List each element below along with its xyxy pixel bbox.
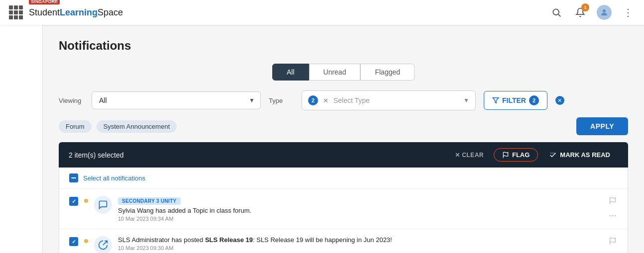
three-dots-icon: ⋮: [623, 6, 634, 18]
flag-label: FLAG: [512, 151, 530, 159]
notif-1-time: 10 Mar 2023 09:34 AM: [118, 216, 602, 222]
brand-space: Space: [98, 7, 123, 18]
filter-active-count: 2: [529, 95, 539, 105]
tags-row: Forum System Announcement APPLY: [59, 117, 628, 135]
filter-icon: [492, 97, 499, 104]
tab-flagged[interactable]: Flagged: [360, 64, 415, 81]
notif-1-checkbox[interactable]: [69, 197, 78, 206]
notif-2-chevron-icon: ›: [611, 250, 614, 253]
search-button[interactable]: [548, 4, 564, 20]
sidebar: [0, 25, 43, 253]
notif-1-flag-button[interactable]: [608, 196, 618, 206]
svg-line-1: [558, 14, 561, 17]
type-clear-button[interactable]: ✕: [322, 97, 329, 104]
notification-list: Select all notifications SECONDARY 3 UNI…: [59, 168, 628, 253]
notif-1-text: Sylvia Wang has added a Topic in class f…: [118, 207, 602, 214]
tab-all[interactable]: All: [272, 64, 309, 81]
type-select-inner[interactable]: 2 ✕ Select Type ▼: [302, 90, 476, 110]
tag-system-announcement[interactable]: System Announcement: [97, 120, 177, 133]
mark-as-read-button[interactable]: MARK AS READ: [541, 149, 618, 162]
notif-1-icon-wrap: [94, 196, 112, 214]
notif-1-tag: SECONDARY 3 UNITY: [118, 197, 181, 205]
mark-as-read-label: MARK AS READ: [560, 151, 610, 159]
selection-actions: FLAG MARK AS READ: [494, 148, 618, 162]
flag-button[interactable]: FLAG: [494, 148, 538, 162]
notification-item-1: SECONDARY 3 UNITY Sylvia Wang has added …: [59, 189, 628, 229]
announcement-icon: [98, 240, 108, 250]
selection-bar: 2 item(s) selected ✕ CLEAR FLAG: [59, 142, 628, 168]
notif-2-text-bold: SLS Release 19: [205, 236, 253, 244]
tab-unread[interactable]: Unread: [309, 64, 361, 81]
notification-badge: 1: [581, 3, 589, 11]
notif-2-flag-button[interactable]: [608, 236, 618, 246]
tabs-bar: All Unread Flagged: [59, 64, 628, 81]
notif-2-text: SLS Administrator has posted SLS Release…: [118, 236, 602, 244]
content-area: Notifications All Unread Flagged Viewing…: [43, 25, 644, 253]
select-all-checkbox[interactable]: [69, 173, 78, 182]
notif-2-text-after: : SLS Release 19 will be happening in Ju…: [253, 236, 392, 244]
forum-icon: [98, 200, 108, 210]
select-all-row: Select all notifications: [59, 168, 628, 189]
viewing-label: Viewing: [59, 97, 84, 104]
notif-2-checkbox[interactable]: [69, 237, 78, 246]
grid-menu-button[interactable]: [8, 4, 24, 20]
notif-2-flag-icon: [609, 237, 617, 245]
selection-count: 2 item(s) selected: [69, 151, 455, 159]
notif-1-actions: ⋯: [608, 196, 618, 221]
notification-item-2: SLS Administrator has posted SLS Release…: [59, 229, 628, 253]
notif-2-actions: ›: [608, 236, 618, 253]
svg-point-0: [553, 9, 559, 15]
filter-row: Viewing All ▼ Type 2 ✕ Select Type ▼: [59, 90, 628, 110]
type-chevron-icon: ▼: [463, 97, 469, 104]
brand-student: Student: [29, 7, 60, 18]
type-select-wrap: 2 ✕ Select Type ▼: [302, 90, 476, 110]
notif-1-more-button[interactable]: ⋯: [608, 210, 618, 221]
notif-2-body: SLS Administrator has posted SLS Release…: [118, 236, 602, 251]
user-avatar-button[interactable]: [596, 4, 612, 20]
brand-title: Student Learning Space: [29, 7, 123, 18]
notif-2-text-before: SLS Administrator has posted: [118, 236, 205, 244]
nav-right: 1 ⋮: [548, 4, 636, 20]
more-options-button[interactable]: ⋮: [620, 4, 636, 20]
avatar: [597, 5, 612, 20]
type-badge-count: 2: [308, 95, 318, 105]
brand: SINGAPORE Student Learning Space: [29, 7, 123, 18]
notif-1-flag-icon: [609, 197, 617, 205]
viewing-select[interactable]: All: [92, 91, 261, 109]
filter-button[interactable]: FILTER 2: [484, 91, 547, 110]
filter-remove-button[interactable]: ✕: [555, 96, 564, 105]
clear-selection-button[interactable]: ✕ CLEAR: [455, 152, 484, 159]
flag-icon: [502, 152, 509, 159]
type-placeholder: Select Type: [333, 96, 459, 104]
notif-2-unread-dot: [84, 239, 88, 243]
page-title: Notifications: [59, 39, 628, 53]
top-navigation: SINGAPORE Student Learning Space 1: [0, 0, 644, 25]
brand-learning: Learning: [60, 7, 98, 18]
svg-marker-3: [493, 98, 499, 103]
singapore-label: SINGAPORE: [29, 0, 60, 4]
clear-label: CLEAR: [462, 152, 484, 159]
grid-icon: [9, 5, 23, 19]
select-all-label[interactable]: Select all notifications: [83, 174, 145, 182]
clear-x-icon: ✕: [455, 152, 460, 159]
apply-button[interactable]: APPLY: [576, 117, 628, 135]
nav-left: SINGAPORE Student Learning Space: [8, 4, 548, 20]
mark-read-icon: [549, 151, 557, 159]
notif-2-icon-wrap: [94, 236, 112, 253]
notif-1-body: SECONDARY 3 UNITY Sylvia Wang has added …: [118, 196, 602, 222]
notif-1-unread-dot: [84, 199, 88, 203]
filter-label-text: FILTER: [502, 96, 526, 104]
tag-forum[interactable]: Forum: [59, 120, 92, 133]
svg-point-2: [603, 9, 606, 12]
notifications-button[interactable]: 1: [572, 4, 588, 20]
type-label: Type: [269, 97, 294, 104]
viewing-select-wrap: All ▼: [92, 91, 261, 109]
notif-2-time: 10 Mar 2023 09:30 AM: [118, 245, 602, 251]
main-layout: Notifications All Unread Flagged Viewing…: [0, 25, 644, 253]
